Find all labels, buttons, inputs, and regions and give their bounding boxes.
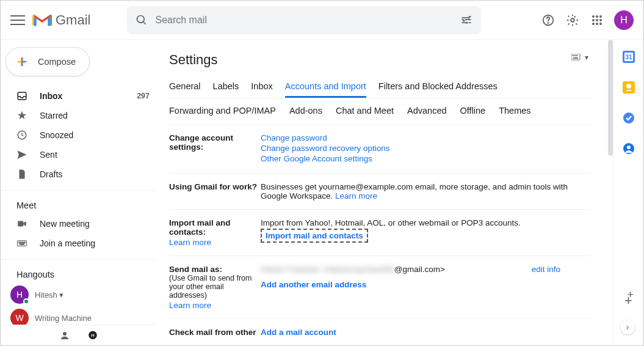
svg-point-40 [626,84,631,89]
svg-point-14 [592,23,595,25]
add-email-link[interactable]: Add another email address [261,280,366,289]
svg-rect-34 [573,57,578,59]
hangout-avatar: H [10,285,29,304]
inbox-icon [16,90,29,101]
email-blurred: Hitesh Chauhan <hiteshchauhan000 [261,265,394,274]
link-change-password-recovery-options[interactable]: Change password recovery options [261,144,390,153]
svg-point-43 [627,145,631,149]
import-mail-link[interactable]: Import mail and contacts [266,231,363,240]
nav-snoozed[interactable]: Snoozed [1,125,157,145]
meet-new-meeting[interactable]: New meeting [1,214,157,234]
video-icon [16,218,29,229]
svg-rect-30 [571,54,580,60]
link-other-google-account-settings[interactable]: Other Google Account settings [261,154,372,163]
star-icon [16,110,29,121]
svg-rect-29 [20,244,24,245]
svg-point-16 [599,23,602,25]
hangouts-icon[interactable] [87,330,98,341]
label-check-mail: Check mail from other [169,328,261,337]
tab-add-ons[interactable]: Add-ons [289,106,322,116]
menu-icon[interactable] [10,13,25,28]
hangout-hitesh[interactable]: HHitesh ▾+ [1,283,157,306]
learn-more-send-as[interactable]: Learn more [169,301,261,310]
search-bar[interactable] [127,6,481,34]
account-avatar[interactable]: H [614,10,634,30]
row-check-mail: Check mail from other Add a mail account [169,319,591,337]
nav-drafts[interactable]: Drafts [1,164,157,184]
row-change-account: Change account settings: Change password… [169,125,591,174]
svg-rect-33 [576,55,577,56]
tab-advanced[interactable]: Advanced [407,106,447,116]
nav-starred[interactable]: Starred [1,106,157,125]
svg-rect-24 [18,241,27,246]
sidebar: Compose Inbox297StarredSnoozedSentDrafts… [1,40,157,345]
tab-accounts-and-import[interactable]: Accounts and Import [285,76,366,98]
svg-point-11 [592,19,595,21]
search-input[interactable] [155,15,460,26]
apps-icon[interactable] [590,13,604,28]
tab-forwarding-and-pop-imap[interactable]: Forwarding and POP/IMAP [169,106,276,116]
edit-info-link[interactable]: edit info [532,265,560,274]
svg-point-6 [548,23,548,23]
nav-sent[interactable]: Sent [1,145,157,164]
import-description: Import from Yahoo!, Hotmail, AOL, or oth… [261,218,591,227]
expand-panel-icon[interactable]: › [620,320,635,334]
label-send-as: Send mail as: [169,265,222,274]
person-icon[interactable] [59,330,70,341]
compose-button[interactable]: Compose [5,47,90,76]
svg-point-12 [596,19,598,21]
svg-rect-23 [18,221,23,227]
add-mail-account-link[interactable]: Add a mail account [261,328,336,337]
brand-text: Gmail [56,12,90,28]
row-import-mail: Import mail and contacts: Learn more Imp… [169,210,591,256]
label-change-account: Change account settings: [169,133,261,164]
svg-rect-25 [19,242,20,243]
svg-rect-39 [626,90,631,91]
keep-icon[interactable] [623,81,635,94]
tab-themes[interactable]: Themes [499,106,530,116]
svg-point-7 [571,18,574,22]
svg-point-0 [137,15,145,23]
hangouts-footer [1,325,157,345]
calendar-icon[interactable]: 31 [623,51,635,63]
meet-section-title: Meet [1,193,157,214]
send-icon [16,149,29,160]
tab-general[interactable]: General [169,76,201,98]
row-using-work: Using Gmail for work? Businesses get you… [169,174,591,210]
tab-filters-and-blocked-addresses[interactable]: Filters and Blocked Addresses [378,76,497,98]
meet-join-a-meeting[interactable]: Join a meeting [1,234,157,253]
input-tools-icon[interactable]: ▾ [571,53,588,62]
svg-point-9 [596,15,598,18]
settings-icon[interactable] [565,13,580,28]
svg-point-4 [466,21,468,23]
svg-line-1 [143,21,146,24]
svg-text:31: 31 [625,54,632,61]
learn-more-import[interactable]: Learn more [169,238,261,247]
row-send-as: Send mail as: (Use Gmail to send from yo… [169,256,591,319]
svg-point-45 [89,331,97,339]
tab-offline[interactable]: Offline [460,106,486,116]
nav-inbox[interactable]: Inbox297 [1,86,157,106]
page-title: Settings [169,52,591,68]
link-change-password[interactable]: Change password [261,133,327,142]
svg-point-15 [596,23,598,25]
contacts-icon[interactable] [623,142,635,155]
tab-inbox[interactable]: Inbox [251,76,272,98]
svg-point-3 [463,20,465,21]
learn-more-workspace[interactable]: Learn more [335,191,377,201]
gmail-logo[interactable]: Gmail [32,12,90,28]
hangouts-section-title: Hangouts [1,262,157,283]
svg-rect-28 [24,242,26,243]
tab-labels[interactable]: Labels [213,76,239,98]
tab-chat-and-meet[interactable]: Chat and Meet [336,106,394,116]
scrollbar[interactable] [608,40,613,156]
tasks-icon[interactable] [623,112,635,124]
compose-label: Compose [38,57,76,67]
help-icon[interactable] [541,13,555,28]
label-import-mail: Import mail and contacts: [169,218,231,237]
svg-point-2 [468,17,470,18]
clock-icon [16,130,29,141]
search-options-icon[interactable] [460,14,472,26]
search-icon [136,14,148,26]
svg-point-10 [599,15,602,18]
